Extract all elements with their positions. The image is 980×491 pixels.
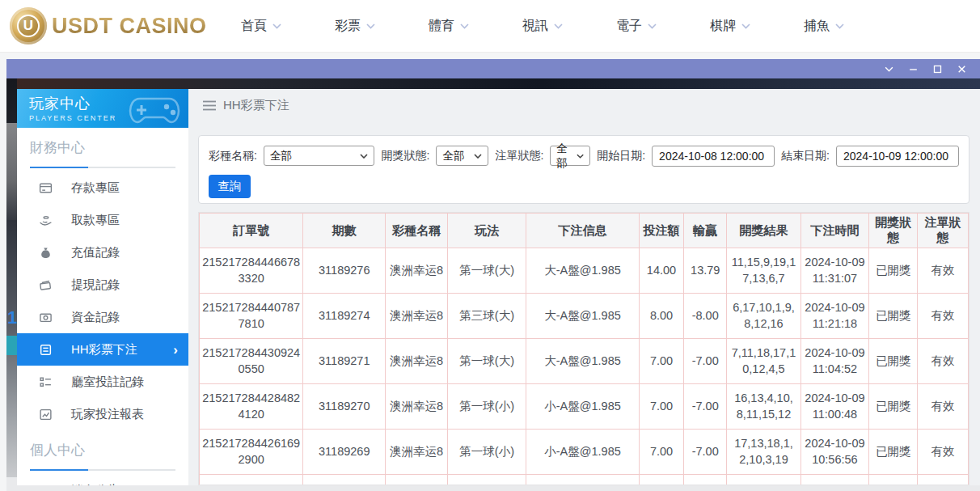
nav-item-label: 彩票 [335,18,361,35]
gamepad-icon [125,92,184,128]
column-header-玩法: 玩法 [448,214,526,248]
sidebar-item-HH彩票下注[interactable]: HH彩票下注› [17,333,188,366]
background-fragment-block [6,336,17,355]
lottery-name-value: 全部 [270,149,292,163]
nav-item-體育[interactable]: 體育 [402,18,496,35]
table-row: 215217284428482412031189270澳洲幸运8第一球(小)小-… [200,384,969,430]
end-date-label: 結束日期: [781,149,830,163]
start-date-input[interactable] [652,146,775,167]
table-cell: -7.00 [684,339,727,384]
funds-icon [39,311,53,324]
start-date-label: 開始日期: [597,149,645,163]
end-date-input[interactable] [836,146,959,167]
table-cell: 澳洲幸运8 [386,294,448,339]
column-header-下注信息: 下注信息 [526,214,640,248]
nav-item-首頁[interactable]: 首頁 [214,18,308,35]
hamburger-icon[interactable] [203,100,216,111]
table-cell: 2152172844261692900 [200,430,303,475]
column-header-開獎狀態: 開獎狀態 [869,214,918,248]
chevron-down-icon [741,23,750,29]
table-cell: 17,13,18,1,2,10,3,19 [727,430,800,475]
table-cell: 7.00 [639,339,683,384]
sidebar-item-提現記錄[interactable]: 提現記錄 [17,269,188,301]
table-cell: 31189269 [303,430,386,475]
nav-item-棋牌[interactable]: 棋牌 [683,18,777,35]
nav-item-label: 棋牌 [710,18,736,35]
table-cell: 11,15,9,19,17,13,6,7 [727,248,800,294]
sidebar-item-存款專區[interactable]: 存款專區 [17,171,188,204]
sidebar-item-充值記錄[interactable]: 充值記錄 [17,236,188,269]
nav-item-彩票[interactable]: 彩票 [308,18,402,35]
breadcrumb: HH彩票下注 [188,89,980,121]
window-minimize-button[interactable] [901,59,925,78]
logo-letter: U [17,15,40,37]
column-header-期數: 期數 [303,214,386,248]
table-row: 215217284446678332031189276澳洲幸运8第一球(大)大-… [200,248,969,294]
sidebar-item-廳室投註記錄[interactable]: 廳室投註記錄 [17,366,188,398]
sidebar-item-label: 資金記錄 [71,310,120,325]
background-left-strip: 1 [6,78,17,477]
table-cell: 2024-10-09 10:56:56 [800,430,869,475]
section-divider [30,167,175,168]
top-site-bar: U USDT CASINO 首頁彩票體育視訊電子棋牌捕魚 [0,0,980,53]
column-header-彩種名稱: 彩種名稱 [386,214,448,248]
column-header-輸贏: 輸贏 [684,214,727,248]
table-cell: 7.00 [639,430,683,475]
lottery-name-select[interactable]: 全部 [264,146,375,166]
table-cell: 澳洲幸运8 [386,384,448,430]
main-nav: 首頁彩票體育視訊電子棋牌捕魚 [214,0,871,53]
table-cell: 7,11,18,17,10,12,4,5 [727,339,800,384]
site-logo[interactable]: U USDT CASINO [10,7,207,44]
table-cell: 已開獎 [869,248,918,294]
sidebar-item-取款專區[interactable]: 取款專區 [17,204,188,236]
minimize-icon [908,64,919,74]
window-collapse-button[interactable] [877,59,901,78]
sidebar-item-玩家投注報表[interactable]: 玩家投注報表 [17,398,188,430]
table-cell: 31189276 [303,248,386,294]
draw-status-select[interactable]: 全部 [436,146,488,166]
window-maximize-button[interactable] [925,59,949,78]
table-cell: 第一球(大) [448,339,526,384]
nav-item-label: 體育 [429,18,454,35]
table-cell: 2024-10-09 11:31:07 [800,248,869,294]
table-cell: 大-A盤@1.985 [526,339,640,384]
table-header-row: 訂單號期數彩種名稱玩法下注信息投注額輸贏開獎結果下注時間開獎狀態注單狀態 [200,214,969,248]
table-cell: 已開獎 [869,384,918,430]
nav-item-視訊[interactable]: 視訊 [496,18,589,35]
nav-item-電子[interactable]: 電子 [589,18,683,35]
column-header-開獎結果: 開獎結果 [727,214,800,248]
nav-item-捕魚[interactable]: 捕魚 [777,18,871,35]
bet-records-table: 訂單號期數彩種名稱玩法下注信息投注額輸贏開獎結果下注時間開獎狀態注單狀態 215… [199,213,969,485]
sidebar-item-label: 提現記錄 [71,277,120,293]
column-header-訂單號: 訂單號 [200,214,303,248]
table-cell: 第一球(大) [448,248,526,294]
table-cell: 第一球(小) [448,384,526,430]
background-banner-strip [6,78,980,89]
chevron-down-icon [884,64,894,74]
table-cell: 已開獎 [869,430,918,475]
search-button[interactable]: 查詢 [209,175,251,198]
table-cell: 小-A盤@1.985 [526,430,640,475]
report-chart-icon [39,408,53,421]
lottery-doc-icon [39,343,53,357]
page-title: HH彩票下注 [223,98,289,113]
sidebar-section-label: 財務中心 [30,138,175,157]
sidebar-item-消息公告[interactable]: 消息公告 [17,474,188,485]
section-divider [30,469,175,471]
sidebar-item-資金記錄[interactable]: 資金記錄 [17,301,188,333]
table-cell: 8.00 [639,294,683,339]
nav-item-label: 視訊 [522,18,548,35]
table-cell: 有效 [918,384,969,430]
table-cell: 第三球(大) [448,294,526,339]
order-status-select[interactable]: 全部 [550,146,590,166]
sidebar-item-label: 取款專區 [71,213,120,228]
table-cell: 有效 [918,430,969,475]
announcement-icon [39,484,53,486]
nav-item-label: 捕魚 [804,18,830,35]
chevron-down-icon [366,23,375,29]
sidebar-item-label: 玩家投注報表 [71,407,144,422]
sidebar-section: 個人中心 [17,441,188,471]
chevron-down-icon [474,154,482,159]
sidebar-item-label: HH彩票下注 [71,342,137,358]
window-close-button[interactable] [949,59,974,78]
